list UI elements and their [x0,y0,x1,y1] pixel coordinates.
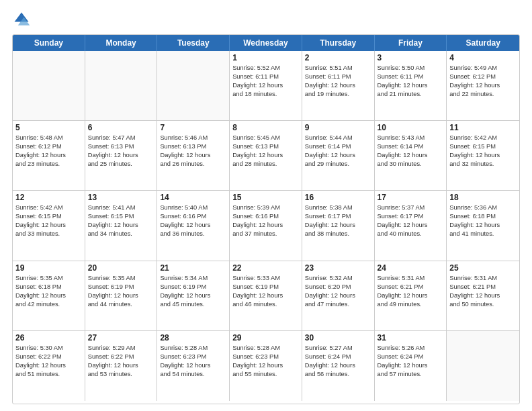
cell-line: Daylight: 12 hours [160,291,226,300]
cell-line: and 28 minutes. [232,160,299,169]
calendar-cell: 7Sunrise: 5:46 AMSunset: 6:13 PMDaylight… [157,121,230,191]
weekday-header: Wednesday [230,35,302,51]
cell-line: Daylight: 12 hours [378,291,444,300]
weekday-header: Thursday [302,35,375,51]
cell-line: Daylight: 12 hours [88,221,154,230]
cell-line: and 51 minutes. [15,370,82,379]
calendar-cell: 28Sunrise: 5:28 AMSunset: 6:23 PMDayligh… [157,331,230,401]
cell-line: and 45 minutes. [160,300,226,309]
day-number: 7 [160,123,226,132]
cell-line: Daylight: 12 hours [160,151,226,160]
calendar-cell: 16Sunrise: 5:38 AMSunset: 6:17 PMDayligh… [302,191,375,261]
cell-line: and 29 minutes. [305,160,371,169]
cell-line: Sunset: 6:22 PM [88,353,154,361]
cell-line: Sunset: 6:15 PM [88,212,154,221]
cell-line: and 46 minutes. [232,300,299,309]
day-number: 12 [15,193,82,202]
cell-line: Sunrise: 5:31 AM [378,274,444,283]
calendar-cell: 10Sunrise: 5:43 AMSunset: 6:14 PMDayligh… [375,121,447,191]
day-number: 24 [378,263,444,273]
day-number: 29 [232,333,299,342]
weekday-header: Sunday [13,35,85,51]
cell-line: and 56 minutes. [305,370,371,379]
cell-line: Daylight: 12 hours [378,361,444,370]
cell-line: Sunrise: 5:35 AM [88,274,154,283]
cell-line: and 57 minutes. [378,370,444,379]
cell-line: Daylight: 12 hours [378,151,444,160]
cell-line: Daylight: 12 hours [232,291,299,300]
calendar-cell: 24Sunrise: 5:31 AMSunset: 6:21 PMDayligh… [375,261,447,331]
cell-line: Sunrise: 5:47 AM [88,134,154,142]
cell-line: Daylight: 12 hours [88,361,154,370]
day-number: 14 [160,193,226,202]
cell-line: and 19 minutes. [305,90,371,99]
cell-line: Sunrise: 5:30 AM [15,344,82,353]
calendar-cell: 12Sunrise: 5:42 AMSunset: 6:15 PMDayligh… [13,191,85,261]
page: SundayMondayTuesdayWednesdayThursdayFrid… [0,0,532,411]
cell-line: and 30 minutes. [378,160,444,169]
cell-line: Sunset: 6:12 PM [15,142,82,151]
cell-line: and 38 minutes. [305,230,371,238]
calendar-cell: 23Sunrise: 5:32 AMSunset: 6:20 PMDayligh… [302,261,375,331]
cell-line: Daylight: 12 hours [305,361,371,370]
cell-line: Sunrise: 5:38 AM [305,203,371,212]
header [12,10,520,29]
calendar-cell: 2Sunrise: 5:51 AMSunset: 6:11 PMDaylight… [302,51,375,121]
day-number: 26 [15,333,82,342]
weekday-header: Tuesday [157,35,230,51]
cell-line: Sunrise: 5:40 AM [160,203,226,212]
cell-line: Sunset: 6:13 PM [88,142,154,151]
cell-line: Sunrise: 5:28 AM [160,344,226,353]
cell-line: Sunset: 6:11 PM [232,73,299,81]
cell-line: Sunset: 6:16 PM [232,212,299,221]
cell-line: Daylight: 12 hours [305,81,371,90]
cell-line: Daylight: 12 hours [449,291,517,300]
cell-line: Sunset: 6:14 PM [378,142,444,151]
weekday-header: Friday [375,35,447,51]
cell-line: Daylight: 12 hours [449,221,517,230]
cell-line: and 47 minutes. [305,300,371,309]
cell-line: Sunrise: 5:48 AM [15,134,82,142]
cell-line: and 50 minutes. [449,300,517,309]
cell-line: Daylight: 12 hours [160,361,226,370]
cell-line: Sunrise: 5:35 AM [15,274,82,283]
day-number: 2 [305,53,371,62]
calendar-cell: 30Sunrise: 5:27 AMSunset: 6:24 PMDayligh… [302,331,375,401]
day-number: 17 [378,193,444,202]
day-number: 15 [232,193,299,202]
cell-line: and 25 minutes. [88,160,154,169]
cell-line: Sunrise: 5:31 AM [449,274,517,283]
calendar-header: SundayMondayTuesdayWednesdayThursdayFrid… [13,35,519,51]
calendar: SundayMondayTuesdayWednesdayThursdayFrid… [12,34,520,404]
cell-line: and 53 minutes. [88,370,154,379]
cell-line: Sunrise: 5:33 AM [232,274,299,283]
calendar-cell: 22Sunrise: 5:33 AMSunset: 6:19 PMDayligh… [230,261,302,331]
cell-line: and 40 minutes. [378,230,444,238]
calendar-cell [85,51,158,121]
cell-line: and 55 minutes. [232,370,299,379]
calendar-cell: 15Sunrise: 5:39 AMSunset: 6:16 PMDayligh… [230,191,302,261]
cell-line: Daylight: 12 hours [378,81,444,90]
cell-line: Sunset: 6:17 PM [378,212,444,221]
logo-icon [12,10,31,29]
cell-line: and 37 minutes. [232,230,299,238]
cell-line: Sunset: 6:24 PM [305,353,371,361]
day-number: 23 [305,263,371,273]
cell-line: Daylight: 12 hours [88,291,154,300]
calendar-cell [13,51,85,121]
day-number: 1 [232,53,299,62]
day-number: 8 [232,123,299,132]
calendar-cell: 27Sunrise: 5:29 AMSunset: 6:22 PMDayligh… [85,331,158,401]
day-number: 9 [305,123,371,132]
cell-line: Daylight: 12 hours [232,81,299,90]
cell-line: Sunset: 6:15 PM [15,212,82,221]
cell-line: Daylight: 12 hours [15,361,82,370]
calendar-cell: 31Sunrise: 5:26 AMSunset: 6:24 PMDayligh… [375,331,447,401]
cell-line: Daylight: 12 hours [449,81,517,90]
calendar-cell: 4Sunrise: 5:49 AMSunset: 6:12 PMDaylight… [447,51,519,121]
calendar-cell: 13Sunrise: 5:41 AMSunset: 6:15 PMDayligh… [85,191,158,261]
cell-line: Sunrise: 5:52 AM [232,64,299,73]
day-number: 16 [305,193,371,202]
cell-line: Sunset: 6:23 PM [232,353,299,361]
day-number: 6 [88,123,154,132]
